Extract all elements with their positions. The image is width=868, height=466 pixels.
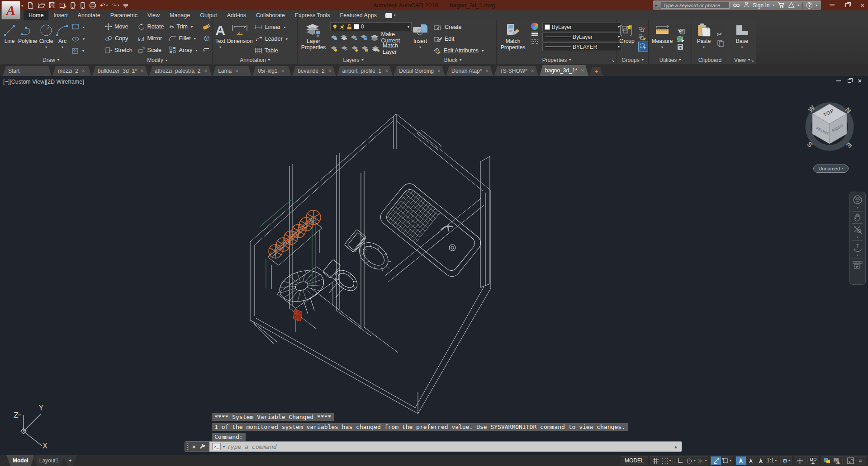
layer-lock-icon[interactable]: [350, 34, 357, 41]
circle-caret-icon[interactable]: ▾: [45, 45, 47, 49]
search-input[interactable]: [661, 2, 730, 9]
new-file-icon[interactable]: [27, 1, 34, 9]
isodraft-caret-icon[interactable]: ▾: [705, 459, 707, 462]
orbit-icon[interactable]: [853, 242, 863, 252]
file-tab-ts-show[interactable]: TS-SHOW*×: [494, 66, 538, 76]
properties-dialog-launcher[interactable]: ↘: [611, 58, 615, 63]
file-tab-bevande-2[interactable]: bevande_2×: [292, 66, 336, 76]
layer-unlock2-icon[interactable]: [361, 46, 368, 52]
minimize-button[interactable]: [830, 5, 835, 5]
circle-button[interactable]: Circle ▾: [38, 22, 54, 56]
copy-button[interactable]: Copy: [105, 35, 133, 42]
file-tab-mezzi-2[interactable]: mezzi_2×: [52, 66, 91, 76]
ribbon-tab-manage[interactable]: Manage: [165, 10, 195, 20]
undo-caret-icon[interactable]: ▾: [106, 4, 108, 7]
layout1-tab[interactable]: Layout1: [33, 455, 65, 466]
ribbon-tab-home[interactable]: Home: [24, 10, 48, 20]
polar-tracking-toggle[interactable]: ▾: [685, 457, 697, 465]
save-to-mobile-icon[interactable]: [80, 1, 85, 9]
tab-close-icon[interactable]: ×: [141, 68, 144, 74]
panel-label-view[interactable]: View▾↘: [728, 56, 756, 64]
stretch-button[interactable]: Stretch: [105, 47, 133, 54]
ellipse-button[interactable]: ▾: [71, 34, 85, 44]
match-layer-button[interactable]: Match Layer: [383, 42, 412, 55]
group-edit-icon[interactable]: [638, 34, 646, 41]
showmotion-icon[interactable]: [853, 260, 863, 269]
object-snap-toggle[interactable]: ▾: [721, 457, 732, 465]
workspace-switching-button[interactable]: ⚙▾: [781, 457, 791, 465]
panel-label-groups[interactable]: Groups▾: [617, 56, 648, 64]
tab-close-icon[interactable]: ×: [581, 67, 584, 74]
base-button[interactable]: Base ▾: [734, 22, 750, 56]
trim-button[interactable]: ✂Trim▾: [169, 24, 197, 30]
fillet-caret-icon[interactable]: ▾: [194, 37, 196, 41]
layer-plot-icon[interactable]: [341, 46, 348, 52]
ribbon-tab-annotate[interactable]: Annotate: [73, 10, 105, 20]
graphics-performance-toggle[interactable]: [822, 457, 832, 465]
layer-select[interactable]: 0 ▾: [330, 22, 412, 31]
edit-attributes-button[interactable]: Edit Attributes▾: [434, 46, 484, 56]
annotation-scale-caret-icon[interactable]: ▾: [775, 459, 777, 462]
viewcube[interactable]: W N S E TOP FRONT RIGHT Unnamed▾: [801, 94, 860, 176]
cut-icon[interactable]: ✂: [717, 31, 724, 38]
file-tab-05r-klg1[interactable]: 05r-klg1×: [252, 66, 291, 76]
ribbon-tab-view[interactable]: View: [142, 10, 165, 20]
edit-block-button[interactable]: Edit: [434, 34, 484, 44]
save-as-icon[interactable]: [59, 1, 66, 9]
file-tab-bulldozer-3d-1[interactable]: bulldozer_3d_1*×: [92, 66, 148, 76]
customization-menu-button[interactable]: ≡: [855, 457, 865, 465]
fillet-button[interactable]: Fillet▾: [169, 35, 197, 42]
hatch-button[interactable]: ▾: [71, 46, 85, 56]
lineweight-icon[interactable]: [531, 31, 539, 38]
lineweight-select[interactable]: ByLayer▾: [542, 33, 622, 41]
zoom-icon[interactable]: [853, 225, 862, 234]
annotation-visibility-toggle[interactable]: [736, 457, 746, 465]
mirror-button[interactable]: Mirror: [138, 35, 164, 42]
array-button[interactable]: Array▾: [169, 47, 197, 54]
ortho-toggle[interactable]: [675, 457, 685, 465]
measure-button[interactable]: Measure ▾: [650, 22, 674, 56]
copy-clip-icon[interactable]: [717, 40, 724, 47]
insert-caret-icon[interactable]: ▾: [419, 45, 421, 49]
rotate-button[interactable]: Rotate: [138, 23, 164, 30]
panel-label-clipboard[interactable]: Clipboard: [692, 56, 728, 64]
layer-properties-button[interactable]: LayerProperties: [299, 22, 327, 56]
snap-toggle[interactable]: ▾: [661, 457, 672, 465]
ribbon-tab-express-tools[interactable]: Express Tools: [290, 10, 335, 20]
panel-label-modify[interactable]: Modify▾: [102, 56, 212, 64]
scale-button[interactable]: Scale: [138, 47, 164, 54]
measure-caret-icon[interactable]: ▾: [661, 45, 663, 49]
viewcube-view-name-dropdown[interactable]: Unnamed▾: [813, 165, 849, 173]
panel-label-layers[interactable]: Layers▾: [298, 56, 409, 64]
annotation-monitor-toggle[interactable]: [795, 457, 805, 465]
match-layer-icon[interactable]: [371, 46, 379, 52]
line-button[interactable]: Line: [2, 22, 17, 56]
quick-select-icon[interactable]: [677, 28, 685, 35]
redo-caret-icon[interactable]: ▾: [118, 4, 119, 7]
command-history-up-icon[interactable]: ▲: [674, 444, 679, 449]
help-caret-icon[interactable]: ▾: [816, 4, 817, 7]
command-input-zone[interactable]: >_ ▾ ▲: [209, 442, 682, 452]
sign-in-button[interactable]: Sign In: [753, 2, 769, 9]
search-icon[interactable]: [733, 1, 740, 9]
dimension-button[interactable]: Dimension: [226, 22, 254, 56]
pan-hand-icon[interactable]: [853, 213, 862, 222]
workspace-caret-icon[interactable]: ▾: [788, 459, 790, 462]
view-dialog-launcher[interactable]: ↘: [750, 58, 754, 63]
viewport-controls-label[interactable]: [−][Custom View][2D Wireframe]: [3, 79, 84, 85]
layer-off-icon[interactable]: [330, 46, 337, 52]
rectangle-button[interactable]: ▾: [71, 22, 85, 32]
new-drawing-tab-button[interactable]: +: [589, 67, 603, 76]
sign-in-caret-icon[interactable]: ▾: [773, 4, 774, 7]
arc-button[interactable]: Arc ▾: [54, 22, 71, 56]
exchange-caret-icon[interactable]: ▾: [798, 4, 800, 7]
viewport-restore-icon[interactable]: [848, 79, 851, 83]
clean-screen-toggle[interactable]: [845, 457, 855, 465]
panel-label-utilities[interactable]: Utilities▾: [649, 56, 692, 64]
autocad-logo[interactable]: A: [1, 1, 20, 19]
file-tab-airport-profile-1[interactable]: airport_profile_1×: [337, 66, 393, 76]
app-menu-caret-icon[interactable]: ▾: [21, 4, 23, 8]
text-button[interactable]: A Text ▾: [214, 22, 226, 56]
object-snap-tracking-toggle[interactable]: [711, 457, 721, 465]
insert-button[interactable]: Insert ▾: [411, 22, 429, 56]
